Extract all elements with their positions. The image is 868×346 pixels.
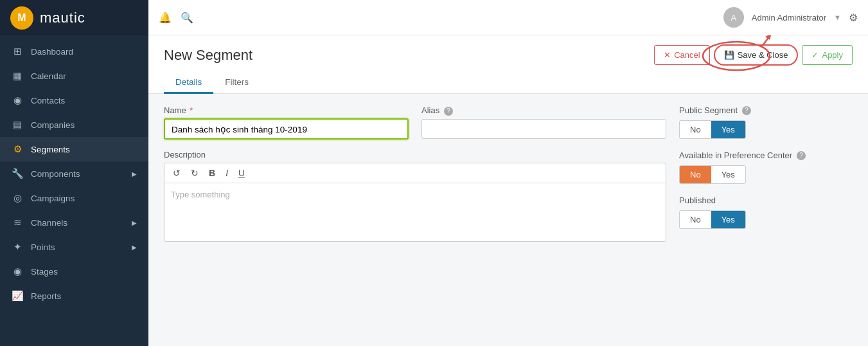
- dashboard-icon: ⊞: [12, 46, 23, 57]
- tabs: Details Filters: [164, 72, 853, 93]
- underline-button[interactable]: U: [235, 167, 248, 179]
- editor-wrapper: ↺ ↻ B I U Type something: [164, 163, 666, 242]
- required-indicator: *: [190, 105, 193, 115]
- cancel-x-icon: ✕: [664, 50, 671, 60]
- sidebar-item-contacts[interactable]: ◉ Contacts: [0, 88, 148, 113]
- sidebar-item-dashboard[interactable]: ⊞ Dashboard: [0, 39, 148, 64]
- sidebar-item-channels[interactable]: ≋ Channels ▶: [0, 210, 148, 235]
- components-icon: 🔧: [12, 168, 23, 179]
- page-area: New Segment ✕ Cancel 💾 Save & Close: [148, 35, 868, 346]
- sidebar-item-companies[interactable]: ▤ Companies: [0, 113, 148, 137]
- bold-button[interactable]: B: [206, 167, 218, 179]
- cancel-button[interactable]: ✕ Cancel: [654, 45, 709, 65]
- form-section: Name * Alias ? Description: [164, 105, 666, 334]
- bell-icon[interactable]: 🔔: [159, 12, 172, 24]
- public-segment-toggle: No Yes: [679, 120, 746, 139]
- gear-icon[interactable]: ⚙: [849, 12, 858, 24]
- redo-button[interactable]: ↻: [188, 167, 202, 179]
- italic-button[interactable]: I: [222, 167, 231, 179]
- sidebar-item-campaigns[interactable]: ◎ Campaigns: [0, 186, 148, 210]
- chevron-right-icon: ▶: [132, 244, 137, 251]
- sidebar-item-points[interactable]: ✦ Points ▶: [0, 235, 148, 259]
- user-name[interactable]: Admin Administrator: [752, 13, 826, 23]
- save-close-wrapper: 💾 Save & Close: [714, 44, 799, 66]
- topbar: 🔔 🔍 A Admin Administrator ▼ ⚙: [148, 0, 868, 35]
- chevron-right-icon: ▶: [132, 170, 137, 178]
- topbar-icons: 🔔 🔍: [159, 12, 193, 24]
- alias-label: Alias ?: [421, 105, 666, 116]
- svg-marker-2: [765, 35, 772, 40]
- undo-button[interactable]: ↺: [170, 167, 184, 179]
- contacts-icon: ◉: [12, 95, 23, 106]
- alias-form-group: Alias ?: [421, 105, 666, 140]
- public-no-button[interactable]: No: [680, 121, 711, 138]
- preference-center-toggle: No Yes: [679, 165, 746, 184]
- logo-icon: M: [10, 6, 33, 30]
- preference-center-help-icon[interactable]: ?: [797, 151, 806, 160]
- public-segment-section: Public Segment ? No Yes: [679, 105, 853, 139]
- public-segment-label: Public Segment ?: [679, 105, 853, 115]
- preference-center-label: Available in Preference Center ?: [679, 150, 853, 160]
- sidebar-item-label: Companies: [31, 120, 75, 130]
- logo-text: mautic: [40, 10, 85, 26]
- public-yes-button[interactable]: Yes: [711, 121, 745, 138]
- sidebar-item-label: Channels: [31, 218, 67, 228]
- header-actions: ✕ Cancel 💾 Save & Close: [654, 44, 853, 66]
- sidebar-item-label: Dashboard: [31, 47, 73, 57]
- companies-icon: ▤: [12, 119, 23, 131]
- description-label: Description: [164, 150, 666, 159]
- pref-yes-button[interactable]: Yes: [711, 166, 745, 183]
- sidebar-item-label: Calendar: [31, 71, 66, 81]
- alias-help-icon[interactable]: ?: [444, 107, 453, 116]
- editor-toolbar: ↺ ↻ B I U: [164, 163, 666, 183]
- description-section: Description ↺ ↻ B I U Type something: [164, 150, 666, 242]
- sidebar: M mautic ⊞ Dashboard ▦ Calendar ◉ Contac…: [0, 0, 148, 346]
- stages-icon: ◉: [12, 266, 23, 277]
- content-area: Name * Alias ? Description: [148, 94, 868, 346]
- save-close-button[interactable]: 💾 Save & Close: [714, 44, 799, 66]
- alias-input[interactable]: [421, 119, 666, 139]
- sidebar-nav: ⊞ Dashboard ▦ Calendar ◉ Contacts ▤ Comp…: [0, 35, 148, 346]
- calendar-icon: ▦: [12, 70, 23, 82]
- name-input[interactable]: [164, 118, 409, 140]
- sidebar-item-calendar[interactable]: ▦ Calendar: [0, 64, 148, 88]
- sidebar-item-label: Components: [31, 169, 80, 179]
- sidebar-item-segments[interactable]: ⚙ Segments: [0, 137, 148, 161]
- points-icon: ✦: [12, 241, 23, 253]
- sidebar-logo: M mautic: [0, 0, 148, 35]
- user-dropdown-arrow[interactable]: ▼: [834, 14, 841, 21]
- page-header: New Segment ✕ Cancel 💾 Save & Close: [148, 35, 868, 94]
- sidebar-item-reports[interactable]: 📈 Reports: [0, 284, 148, 308]
- name-label: Name *: [164, 105, 409, 115]
- editor-body[interactable]: Type something: [164, 183, 666, 241]
- channels-icon: ≋: [12, 217, 23, 228]
- sidebar-item-label: Segments: [31, 145, 70, 154]
- sidebar-item-label: Reports: [31, 291, 61, 301]
- sidebar-item-stages[interactable]: ◉ Stages: [0, 259, 148, 284]
- sidebar-item-label: Contacts: [31, 96, 65, 105]
- topbar-right: A Admin Administrator ▼ ⚙: [723, 7, 858, 28]
- public-segment-help-icon[interactable]: ?: [742, 106, 751, 115]
- tab-details[interactable]: Details: [164, 72, 213, 94]
- sidebar-item-label: Stages: [31, 267, 58, 277]
- search-icon[interactable]: 🔍: [181, 12, 193, 24]
- pref-no-button[interactable]: No: [680, 166, 711, 183]
- main-content: 🔔 🔍 A Admin Administrator ▼ ⚙ New Segmen…: [148, 0, 868, 346]
- reports-icon: 📈: [12, 290, 23, 302]
- campaigns-icon: ◎: [12, 192, 23, 204]
- pub-no-button[interactable]: No: [680, 211, 711, 228]
- name-form-group: Name *: [164, 105, 409, 140]
- chevron-right-icon: ▶: [132, 219, 137, 226]
- apply-check-icon: ✓: [811, 50, 819, 60]
- avatar: A: [723, 7, 744, 28]
- segments-icon: ⚙: [12, 143, 23, 155]
- page-header-top: New Segment ✕ Cancel 💾 Save & Close: [164, 44, 853, 66]
- sidebar-item-label: Points: [31, 242, 55, 252]
- published-toggle: No Yes: [679, 210, 746, 229]
- apply-button[interactable]: ✓ Apply: [802, 45, 853, 65]
- page-title: New Segment: [164, 47, 252, 64]
- tab-filters[interactable]: Filters: [213, 72, 260, 94]
- sidebar-item-components[interactable]: 🔧 Components ▶: [0, 161, 148, 186]
- name-alias-row: Name * Alias ?: [164, 105, 666, 140]
- pub-yes-button[interactable]: Yes: [711, 211, 745, 228]
